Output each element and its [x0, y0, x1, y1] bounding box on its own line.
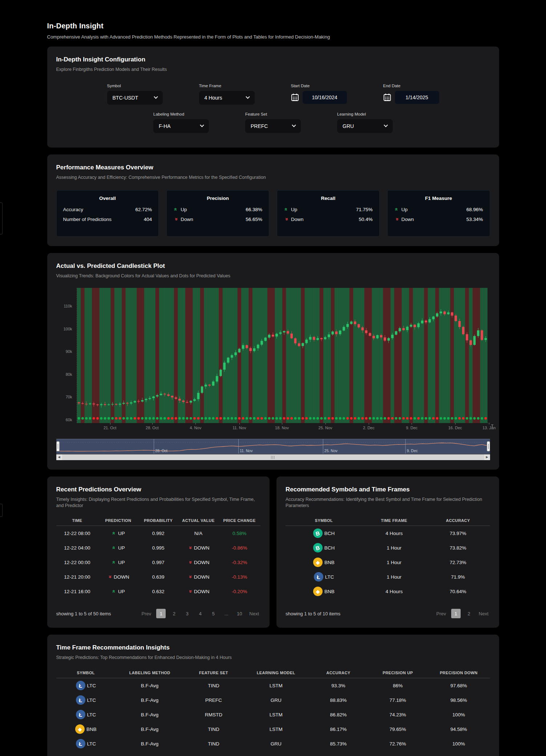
config-field-feature-set: Feature SetPREFC — [245, 112, 301, 133]
scrollbar-left-arrow-icon[interactable]: ◀ — [56, 454, 62, 460]
metric-value: 50.4% — [359, 217, 372, 222]
feature-set-cell: PREFC — [184, 697, 243, 703]
page-button-5[interactable]: 5 — [209, 609, 218, 618]
direction-label: UP — [118, 589, 125, 594]
x-tick — [195, 423, 196, 425]
x-tick — [110, 423, 110, 425]
page-button-1[interactable]: 1 — [156, 609, 166, 618]
scrollbar-right-arrow-icon[interactable]: ▶ — [484, 454, 490, 460]
accuracy-cell: 93.3% — [309, 683, 368, 688]
card-title: Overall — [63, 196, 152, 201]
learning-model-cell: GRU — [243, 697, 309, 703]
page-button-4[interactable]: 4 — [195, 609, 205, 618]
end-date-input[interactable]: 1/14/2025 — [395, 91, 439, 104]
symbol-cell: ŁLTC — [56, 710, 116, 719]
table-row: 12-22 08:00«UP0.992N/A0.58% — [56, 526, 261, 540]
price-change-cell: -0.32% — [218, 560, 260, 565]
start-date-input[interactable]: 10/16/2024 — [303, 91, 347, 104]
labeling-method-select[interactable]: F-HA — [153, 119, 209, 133]
x-tick — [455, 423, 456, 425]
direction-cell: «DOWN — [178, 560, 218, 565]
symbol-cell: ŁLTC — [286, 572, 362, 582]
candlestick-plot-area[interactable] — [77, 288, 490, 423]
direction-label: UP — [118, 531, 125, 536]
card-metric-row: «Down56.65% — [173, 217, 262, 222]
recent-pagination: showing 1 to 5 of 50 itemsPrev12345...10… — [56, 599, 261, 618]
page-button-3[interactable]: 3 — [182, 609, 192, 618]
navigator-left-handle[interactable] — [56, 441, 60, 451]
page-header: In-Depth Insight Comprehensive Analysis … — [47, 22, 499, 40]
column-header: PRICE CHANGE — [218, 518, 260, 523]
page-button-1[interactable]: 1 — [451, 609, 461, 618]
time-frame-cell: 1 Hour — [362, 574, 426, 580]
metric-label: «Down — [284, 217, 304, 222]
symbol-select[interactable]: BTC-USDT — [107, 91, 163, 105]
learning-model-select[interactable]: GRU — [337, 119, 393, 133]
learning-model-cell: LSTM — [243, 727, 309, 732]
table-row: ◆BNB1 Hour72.73% — [286, 555, 490, 570]
direction-label: DOWN — [194, 560, 210, 565]
ltc-coin-icon: Ł — [76, 739, 85, 748]
time-frame-select[interactable]: 4 Hours — [199, 91, 255, 105]
direction-cell: «DOWN — [178, 589, 218, 594]
coin-glyph: ◆ — [316, 589, 320, 594]
field-label: Labeling Method — [153, 112, 209, 116]
feature-set-select[interactable]: PREFC — [245, 119, 301, 133]
accuracy-cell: 73.82% — [426, 545, 490, 551]
page-button-2[interactable]: 2 — [169, 609, 179, 618]
metric-label-text: Number of Predictions — [63, 217, 112, 222]
price-change-cell: 0.58% — [218, 531, 260, 536]
metric-label-text: Up — [291, 207, 297, 212]
card-metric-row: «Down53.34% — [394, 217, 483, 222]
table-row: ŁLTCB.F-AvgRMSTDLSTM86.82%74.23%100% — [56, 707, 490, 722]
date-group: 10/16/2024 — [291, 91, 347, 104]
page-button-10[interactable]: 10 — [235, 609, 244, 618]
table-row: ◆BNB4 Hours70.64% — [286, 584, 490, 599]
ltc-coin-icon: Ł — [76, 695, 85, 705]
x-tick-label: 11. Nov — [232, 426, 246, 430]
chevron-down-icon: « — [108, 575, 112, 579]
select-value: 4 Hours — [205, 95, 222, 101]
range-navigator[interactable]: 28. Oct11. Nov25. Nov9. Dec — [56, 438, 490, 454]
metric-label-text: Down — [401, 217, 414, 222]
column-header: SYMBOL — [286, 518, 362, 523]
metric-value: 66.38% — [246, 207, 262, 212]
config-field-learning-model: Learning ModelGRU — [337, 112, 393, 133]
chevron-down-icon — [384, 123, 388, 127]
recommended-pagination: showing 1 to 5 of 10 itemsPrev12Next — [286, 599, 490, 618]
column-header: LABELING METHOD — [116, 671, 184, 675]
x-tick-label: 28. Oct — [146, 426, 158, 430]
precision-up-cell: 77.18% — [368, 697, 428, 703]
x-tick-label: 13. Jan — [482, 426, 496, 430]
time-frame-cell: 1 Hour — [362, 560, 426, 565]
config-subtitle: Explore Finbrgiths Prediction Models and… — [56, 67, 490, 73]
bnb-coin-icon: ◆ — [313, 587, 323, 596]
column-header: SYMBOL — [56, 671, 116, 675]
config-title: In-Depth Insight Configuration — [56, 56, 490, 63]
prev-button[interactable]: Prev — [140, 611, 153, 616]
recent-predictions-panel: Recent Predictions Overview Timely Insig… — [47, 476, 270, 628]
direction-cell: «DOWN — [98, 574, 138, 580]
metric-value: 71.75% — [356, 207, 373, 212]
chevron-down-icon: « — [188, 546, 191, 550]
table-row: 12-21 16:00«UP0.632«DOWN-0.20% — [56, 584, 261, 599]
symbol-label: BCH — [324, 531, 335, 536]
page-button-2[interactable]: 2 — [464, 609, 474, 618]
candlestick-subtitle: Visualizing Trends: Background Colors fo… — [56, 273, 490, 279]
calendar-icon — [291, 93, 299, 102]
config-field-labeling-method: Labeling MethodF-HA — [153, 112, 209, 133]
next-button[interactable]: Next — [477, 611, 490, 616]
symbol-cell: ◆BNB — [286, 587, 362, 596]
chart-scrollbar[interactable]: ◀ ||| ▶ — [56, 454, 490, 460]
config-field-time-frame: Time Frame4 Hours — [199, 84, 255, 105]
metric-card-f1-measure: F1 Measure«Up68.96%«Down53.34% — [387, 190, 490, 237]
table-row: ◆BNBB.F-AvgTINDLSTM86.17%79.65%94.58% — [56, 722, 490, 736]
scrollbar-grip[interactable]: ||| — [271, 455, 275, 459]
next-button[interactable]: Next — [248, 611, 260, 616]
prev-button[interactable]: Prev — [435, 611, 448, 616]
ltc-coin-icon: Ł — [314, 572, 323, 582]
navigator-right-handle[interactable] — [487, 441, 490, 451]
y-tick-label: 110k — [64, 304, 72, 308]
chevron-up-icon: « — [112, 546, 116, 550]
symbol-label: LTC — [87, 712, 96, 717]
